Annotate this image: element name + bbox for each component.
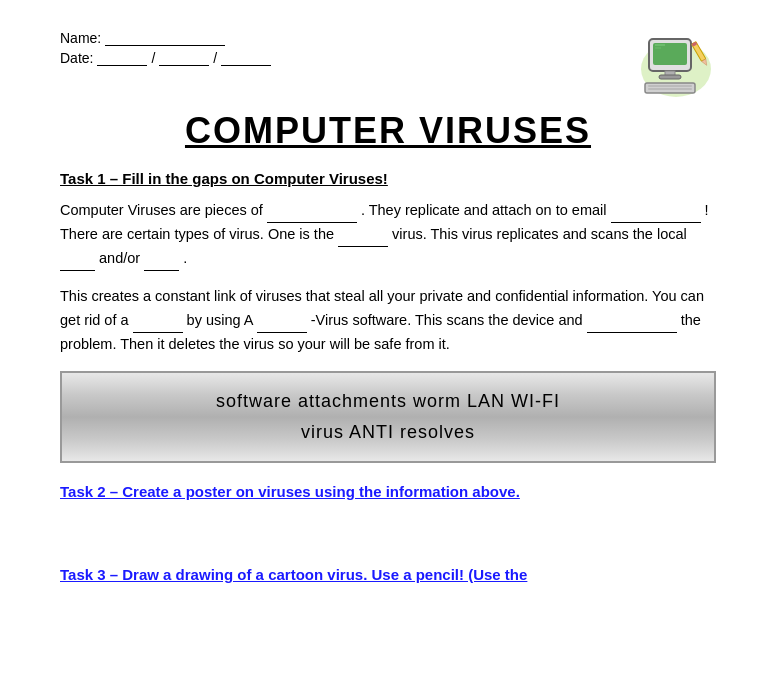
- name-line: Name:: [60, 30, 271, 46]
- name-label: Name:: [60, 30, 101, 46]
- svg-rect-2: [653, 43, 687, 65]
- p1-text-f: .: [183, 250, 187, 266]
- task2-space: [60, 516, 716, 556]
- p1-text-a: Computer Viruses are pieces of: [60, 202, 263, 218]
- blank-resolves[interactable]: [587, 318, 677, 333]
- date-field-day[interactable]: [97, 50, 147, 66]
- date-line: Date: / /: [60, 50, 271, 66]
- name-date-area: Name: Date: / /: [60, 30, 271, 66]
- blank-wifi[interactable]: [144, 256, 179, 271]
- date-field-year[interactable]: [221, 50, 271, 66]
- task1-paragraph1: Computer Viruses are pieces of . They re…: [60, 199, 716, 271]
- task3-heading: Task 3 – Draw a drawing of a cartoon vir…: [60, 566, 716, 583]
- blank-virus1[interactable]: [133, 318, 183, 333]
- task2-heading: Task 2 – Create a poster on viruses usin…: [60, 483, 716, 500]
- computer-illustration: [636, 30, 716, 100]
- task1-paragraph2: This creates a constant link of viruses …: [60, 285, 716, 357]
- blank-attachments[interactable]: [611, 208, 701, 223]
- header-area: Name: Date: / /: [60, 30, 716, 100]
- name-field[interactable]: [105, 30, 225, 46]
- word-bank-row2: virus ANTI resolves: [92, 422, 684, 443]
- date-slash1: /: [151, 50, 155, 66]
- blank-anti[interactable]: [257, 318, 307, 333]
- blank-lan[interactable]: [60, 256, 95, 271]
- svg-rect-9: [648, 88, 692, 90]
- p2-text-b: by using A: [187, 312, 253, 328]
- blank-software[interactable]: [267, 208, 357, 223]
- word-bank-row1: software attachments worm LAN WI-FI: [92, 391, 684, 412]
- p2-text-c: -Virus software. This scans the device a…: [311, 312, 583, 328]
- p1-text-d: virus. This virus replicates and scans t…: [392, 226, 687, 242]
- p1-text-e: and/or: [99, 250, 140, 266]
- date-label: Date:: [60, 50, 93, 66]
- blank-worm[interactable]: [338, 232, 388, 247]
- svg-rect-8: [648, 85, 692, 87]
- word-bank: software attachments worm LAN WI-FI viru…: [60, 371, 716, 463]
- date-field-month[interactable]: [159, 50, 209, 66]
- page-title: COMPUTER VIRUSES: [60, 110, 716, 152]
- date-slash2: /: [213, 50, 217, 66]
- task1-heading: Task 1 – Fill in the gaps on Computer Vi…: [60, 170, 716, 187]
- p1-text-b: . They replicate and attach on to email: [361, 202, 607, 218]
- svg-rect-6: [659, 75, 681, 79]
